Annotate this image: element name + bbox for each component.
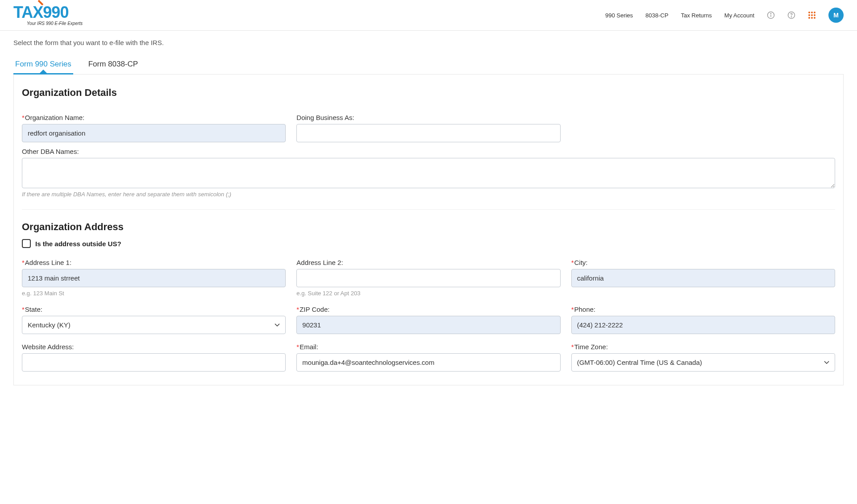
svg-point-4: [791, 17, 791, 17]
page: Select the form that you want to e-file …: [0, 31, 857, 403]
outside-us-label: Is the address outside US?: [35, 240, 121, 248]
zip-label: *ZIP Code:: [296, 306, 560, 313]
logo[interactable]: TA X 990 Your IRS 990 E-File Experts: [13, 4, 83, 26]
tab-form-990-series[interactable]: Form 990 Series: [13, 56, 73, 74]
page-instruction: Select the form that you want to e-file …: [13, 39, 844, 46]
logo-suffix: 990: [43, 4, 68, 21]
address-1-hint: e.g. 123 Main St: [22, 290, 286, 297]
nav-8038-cp[interactable]: 8038-CP: [645, 12, 668, 19]
top-nav: 990 Series 8038-CP Tax Returns My Accoun…: [605, 8, 844, 23]
field-address-1: *Address Line 1: e.g. 123 Main St: [22, 259, 286, 297]
apps-icon[interactable]: [808, 11, 816, 19]
nav-my-account[interactable]: My Account: [724, 12, 754, 19]
avatar-initial: M: [833, 12, 839, 19]
field-phone: *Phone:: [571, 306, 835, 334]
other-dba-textarea[interactable]: [22, 158, 835, 188]
city-input[interactable]: [571, 269, 835, 287]
svg-point-2: [770, 13, 771, 14]
website-input[interactable]: [22, 353, 286, 372]
field-email: *Email:: [296, 343, 560, 372]
header: TA X 990 Your IRS 990 E-File Experts 990…: [0, 0, 857, 31]
avatar[interactable]: M: [828, 8, 844, 23]
divider: [22, 209, 835, 210]
tabs: Form 990 Series Form 8038-CP: [13, 56, 844, 74]
field-city: *City:: [571, 259, 835, 297]
nav-tax-returns[interactable]: Tax Returns: [681, 12, 711, 19]
org-name-input[interactable]: [22, 124, 286, 142]
field-zip: *ZIP Code:: [296, 306, 560, 334]
state-label: *State:: [22, 306, 286, 313]
logo-tagline: Your IRS 990 E-File Experts: [27, 21, 83, 26]
zip-input[interactable]: [296, 316, 560, 334]
city-label: *City:: [571, 259, 835, 266]
outside-us-row: Is the address outside US?: [22, 239, 835, 248]
dba-label: Doing Business As:: [296, 114, 560, 121]
address-2-label: Address Line 2:: [296, 259, 560, 266]
dba-input[interactable]: [296, 124, 560, 142]
timezone-select[interactable]: (GMT-06:00) Central Time (US & Canada): [571, 353, 835, 372]
email-label: *Email:: [296, 343, 560, 351]
address-2-input[interactable]: [296, 269, 560, 287]
field-timezone: *Time Zone: (GMT-06:00) Central Time (US…: [571, 343, 835, 372]
nav-990-series[interactable]: 990 Series: [605, 12, 633, 19]
address-1-input[interactable]: [22, 269, 286, 287]
field-dba: Doing Business As:: [296, 114, 560, 142]
state-select[interactable]: Kentucky (KY): [22, 316, 286, 334]
outside-us-checkbox[interactable]: [22, 239, 31, 248]
logo-x: X: [33, 4, 43, 21]
info-icon[interactable]: [767, 11, 775, 19]
field-state: *State: Kentucky (KY): [22, 306, 286, 334]
address-1-label: *Address Line 1:: [22, 259, 286, 266]
timezone-label: *Time Zone:: [571, 343, 835, 351]
org-name-label: *Organization Name:: [22, 114, 286, 121]
logo-prefix: TA: [13, 4, 33, 21]
other-dba-hint: If there are multiple DBA Names, enter h…: [22, 191, 835, 198]
section-title-org-details: Organization Details: [22, 87, 835, 99]
field-other-dba: Other DBA Names: If there are multiple D…: [22, 148, 835, 198]
section-title-org-address: Organization Address: [22, 221, 835, 233]
help-icon[interactable]: [787, 11, 795, 19]
phone-label: *Phone:: [571, 306, 835, 313]
phone-input[interactable]: [571, 316, 835, 334]
email-input[interactable]: [296, 353, 560, 372]
field-website: Website Address:: [22, 343, 286, 372]
field-org-name: *Organization Name:: [22, 114, 286, 142]
tab-form-8038-cp[interactable]: Form 8038-CP: [87, 56, 140, 74]
form-container: Organization Details *Organization Name:…: [13, 74, 844, 385]
address-2-hint: e.g. Suite 122 or Apt 203: [296, 290, 560, 297]
field-address-2: Address Line 2: e.g. Suite 122 or Apt 20…: [296, 259, 560, 297]
website-label: Website Address:: [22, 343, 286, 351]
other-dba-label: Other DBA Names:: [22, 148, 835, 155]
